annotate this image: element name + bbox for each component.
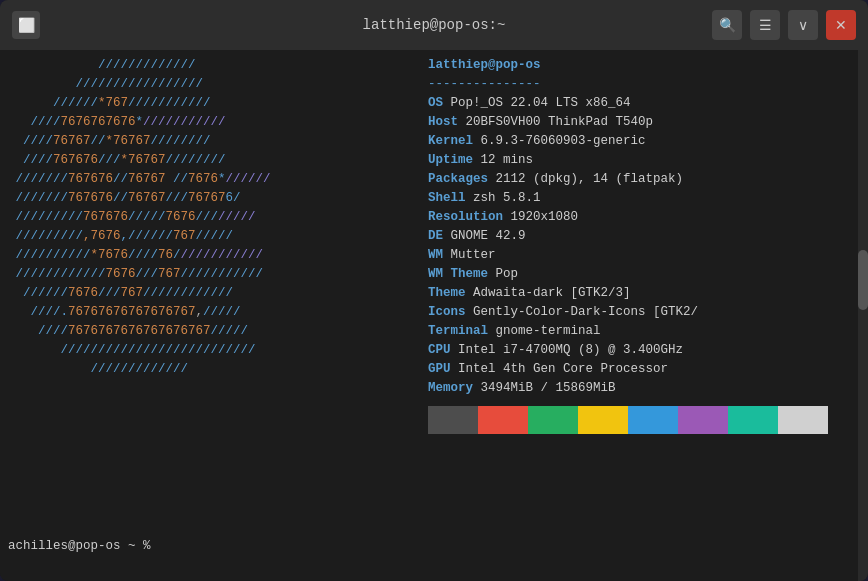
search-button[interactable]: 🔍 — [712, 10, 742, 40]
window-title: latthiep@pop-os:~ — [363, 17, 506, 33]
uptime-label: Uptime — [428, 153, 473, 167]
uptime-line: Uptime 12 mins — [428, 151, 850, 170]
kernel-label: Kernel — [428, 134, 473, 148]
color-swatch — [478, 406, 528, 434]
color-palette — [428, 406, 850, 434]
terminal-line: Terminal gnome-terminal — [428, 322, 850, 341]
separator-line: --------------- — [428, 75, 850, 94]
cpu-line: CPU Intel i7-4700MQ (8) @ 3.400GHz — [428, 341, 850, 360]
theme-value: Adwaita-dark [GTK2/3] — [466, 286, 631, 300]
wm-value: Mutter — [443, 248, 496, 262]
system-info-panel: latthiep@pop-os --------------- OS Pop!_… — [428, 54, 850, 577]
shell-value: zsh 5.8.1 — [466, 191, 541, 205]
de-line: DE GNOME 42.9 — [428, 227, 850, 246]
packages-label: Packages — [428, 172, 488, 186]
wm-line: WM Mutter — [428, 246, 850, 265]
prompt-line: achilles@pop-os ~ % — [8, 539, 151, 553]
memory-line: Memory 3494MiB / 15869MiB — [428, 379, 850, 398]
host-value: 20BFS0VH00 ThinkPad T540p — [458, 115, 653, 129]
color-swatch — [528, 406, 578, 434]
icons-label: Icons — [428, 305, 466, 319]
titlebar: ⬜ latthiep@pop-os:~ 🔍 ☰ ∨ ✕ — [0, 0, 868, 50]
close-button[interactable]: ✕ — [826, 10, 856, 40]
terminal-content: ///////////// ///////////////// //////*7… — [0, 50, 858, 581]
kernel-line: Kernel 6.9.3-76060903-generic — [428, 132, 850, 151]
minimize-button[interactable]: ∨ — [788, 10, 818, 40]
color-swatch — [578, 406, 628, 434]
wm-theme-line: WM Theme Pop — [428, 265, 850, 284]
terminal-icon: ⬜ — [12, 11, 40, 39]
terminal-window: ⬜ latthiep@pop-os:~ 🔍 ☰ ∨ ✕ ////////////… — [0, 0, 868, 581]
terminal-label: Terminal — [428, 324, 488, 338]
host-line: Host 20BFS0VH00 ThinkPad T540p — [428, 113, 850, 132]
separator-text: --------------- — [428, 77, 541, 91]
cpu-label: CPU — [428, 343, 451, 357]
os-label: OS — [428, 96, 443, 110]
theme-line: Theme Adwaita-dark [GTK2/3] — [428, 284, 850, 303]
de-value: GNOME 42.9 — [443, 229, 526, 243]
icons-line: Icons Gently-Color-Dark-Icons [GTK2/ — [428, 303, 850, 322]
shell-line: Shell zsh 5.8.1 — [428, 189, 850, 208]
color-swatch — [628, 406, 678, 434]
memory-value: 3494MiB / 15869MiB — [473, 381, 616, 395]
resolution-label: Resolution — [428, 210, 503, 224]
terminal-body: ///////////// ///////////////// //////*7… — [0, 50, 868, 581]
memory-label: Memory — [428, 381, 473, 395]
wm-theme-label: WM Theme — [428, 267, 488, 281]
username-line: latthiep@pop-os — [428, 56, 850, 75]
gpu-label: GPU — [428, 362, 451, 376]
os-value: Pop!_OS 22.04 LTS x86_64 — [443, 96, 631, 110]
theme-label: Theme — [428, 286, 466, 300]
scrollbar-thumb[interactable] — [858, 250, 868, 310]
os-line: OS Pop!_OS 22.04 LTS x86_64 — [428, 94, 850, 113]
window-controls: 🔍 ☰ ∨ ✕ — [712, 10, 856, 40]
de-label: DE — [428, 229, 443, 243]
wm-label: WM — [428, 248, 443, 262]
ascii-art: ///////////// ///////////////// //////*7… — [8, 54, 428, 577]
menu-button[interactable]: ☰ — [750, 10, 780, 40]
kernel-value: 6.9.3-76060903-generic — [473, 134, 646, 148]
color-swatch — [428, 406, 478, 434]
resolution-value: 1920x1080 — [503, 210, 578, 224]
resolution-line: Resolution 1920x1080 — [428, 208, 850, 227]
host-label: Host — [428, 115, 458, 129]
uptime-value: 12 mins — [473, 153, 533, 167]
packages-line: Packages 2112 (dpkg), 14 (flatpak) — [428, 170, 850, 189]
color-swatch — [678, 406, 728, 434]
color-swatch — [778, 406, 828, 434]
wm-theme-value: Pop — [488, 267, 518, 281]
shell-label: Shell — [428, 191, 466, 205]
packages-value: 2112 (dpkg), 14 (flatpak) — [488, 172, 683, 186]
username-text: latthiep@pop-os — [428, 58, 541, 72]
color-swatch — [728, 406, 778, 434]
scrollbar[interactable] — [858, 50, 868, 581]
prompt-text: achilles@pop-os ~ % — [8, 539, 151, 553]
icons-value: Gently-Color-Dark-Icons [GTK2/ — [466, 305, 699, 319]
titlebar-left: ⬜ — [12, 11, 40, 39]
gpu-line: GPU Intel 4th Gen Core Processor — [428, 360, 850, 379]
gpu-value: Intel 4th Gen Core Processor — [451, 362, 669, 376]
cpu-value: Intel i7-4700MQ (8) @ 3.400GHz — [451, 343, 684, 357]
terminal-value: gnome-terminal — [488, 324, 601, 338]
